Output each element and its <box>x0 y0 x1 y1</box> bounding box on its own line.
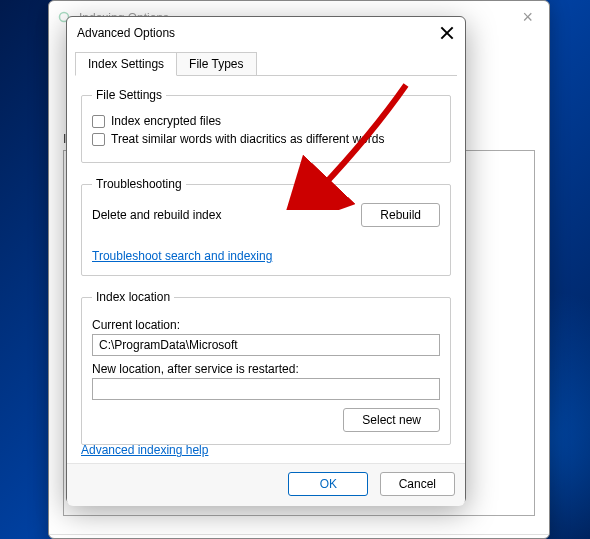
tab-index-settings[interactable]: Index Settings <box>75 52 177 76</box>
encrypt-row[interactable]: Index encrypted files <box>92 114 440 128</box>
index-location-group: Index location Current location: C:\Prog… <box>81 290 451 445</box>
file-settings-legend: File Settings <box>92 88 166 102</box>
diacritics-label: Treat similar words with diacritics as d… <box>111 132 384 146</box>
tab-panel-settings: File Settings Index encrypted files Trea… <box>75 75 457 463</box>
encrypt-checkbox[interactable] <box>92 115 105 128</box>
child-footer: OK Cancel <box>67 463 465 506</box>
rebuild-button[interactable]: Rebuild <box>361 203 440 227</box>
ok-button[interactable]: OK <box>288 472 368 496</box>
current-location-label: Current location: <box>92 318 440 332</box>
troubleshooting-legend: Troubleshooting <box>92 177 186 191</box>
diacritics-row[interactable]: Treat similar words with diacritics as d… <box>92 132 440 146</box>
new-location-input[interactable] <box>92 378 440 400</box>
current-location-value: C:\ProgramData\Microsoft <box>92 334 440 356</box>
troubleshooting-group: Troubleshooting Delete and rebuild index… <box>81 177 451 276</box>
new-location-label: New location, after service is restarted… <box>92 362 440 376</box>
rebuild-row: Delete and rebuild index Rebuild <box>92 203 440 227</box>
advanced-help-link[interactable]: Advanced indexing help <box>81 443 208 457</box>
encrypt-label: Index encrypted files <box>111 114 221 128</box>
child-dialog-title: Advanced Options <box>77 26 439 40</box>
select-new-button[interactable]: Select new <box>343 408 440 432</box>
advanced-options-dialog: Advanced Options Index Settings File Typ… <box>66 16 466 504</box>
child-titlebar: Advanced Options <box>67 17 465 45</box>
tab-strip: Index Settings File Types <box>67 45 465 75</box>
diacritics-checkbox[interactable] <box>92 133 105 146</box>
rebuild-label: Delete and rebuild index <box>92 208 221 222</box>
index-location-legend: Index location <box>92 290 174 304</box>
file-settings-group: File Settings Index encrypted files Trea… <box>81 88 451 163</box>
close-icon[interactable] <box>439 25 455 41</box>
troubleshoot-link[interactable]: Troubleshoot search and indexing <box>92 249 272 263</box>
parent-footer: Close <box>49 534 549 539</box>
cancel-button[interactable]: Cancel <box>380 472 455 496</box>
parent-close-button[interactable]: × <box>514 7 541 28</box>
tab-file-types[interactable]: File Types <box>176 52 256 76</box>
